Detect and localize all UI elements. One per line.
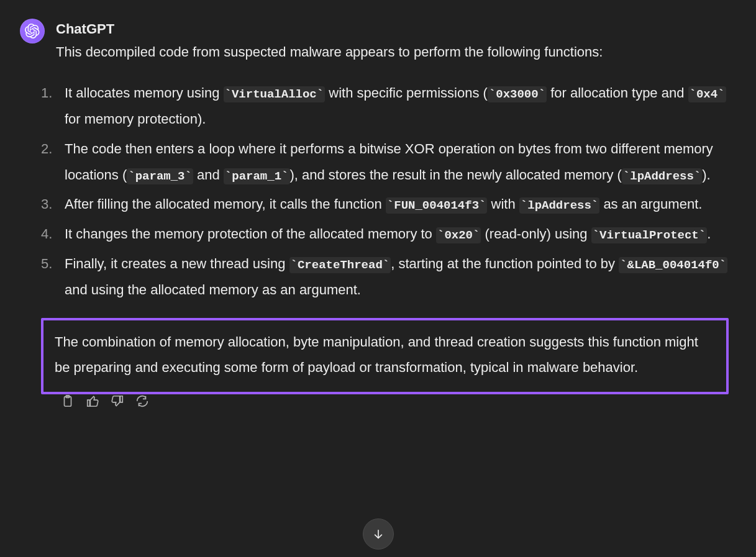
inline-code: CreateThread (289, 257, 391, 273)
assistant-message: ChatGPT This decompiled code from suspec… (20, 19, 736, 394)
thumbs-up-icon[interactable] (86, 394, 99, 408)
scroll-down-button[interactable] (363, 519, 394, 550)
clipboard-icon[interactable] (61, 394, 75, 408)
list-item: Finally, it creates a new thread using C… (41, 251, 736, 303)
list-item: After filling the allocated memory, it c… (41, 191, 736, 217)
inline-code: lpAddress (622, 168, 702, 184)
intro-text: This decompiled code from suspected malw… (56, 41, 736, 63)
inline-code: VirtualAlloc (224, 86, 326, 102)
inline-code: FUN_004014f3 (386, 197, 488, 214)
list-item: It allocates memory using VirtualAlloc w… (41, 80, 736, 132)
regenerate-icon[interactable] (135, 394, 149, 408)
analysis-list: It allocates memory using VirtualAlloc w… (41, 80, 736, 302)
list-item-text: It allocates memory using VirtualAlloc w… (65, 85, 726, 127)
assistant-avatar (20, 19, 45, 43)
author-name: ChatGPT (56, 21, 736, 37)
list-item: It changes the memory protection of the … (41, 221, 736, 247)
inline-code: VirtualProtect (591, 227, 707, 243)
message-actions (20, 394, 736, 408)
openai-logo-icon (25, 24, 40, 38)
list-item: The code then enters a loop where it per… (41, 136, 736, 188)
inline-code: 0x4 (688, 86, 726, 102)
list-item-text: After filling the allocated memory, it c… (65, 196, 702, 212)
inline-code: 0x20 (436, 227, 481, 243)
list-item-text: The code then enters a loop where it per… (65, 141, 713, 183)
message-content: ChatGPT This decompiled code from suspec… (56, 19, 736, 394)
thumbs-down-icon[interactable] (111, 394, 124, 408)
list-item-text: Finally, it creates a new thread using C… (65, 256, 727, 297)
inline-code: param_3 (127, 168, 193, 184)
arrow-down-icon (372, 528, 385, 540)
inline-code: lpAddress (519, 197, 599, 214)
inline-code: param_1 (224, 168, 290, 184)
chat-container: ChatGPT This decompiled code from suspec… (0, 0, 756, 408)
conclusion-highlight: The combination of memory allocation, by… (41, 318, 729, 395)
inline-code: 0x3000 (488, 86, 547, 102)
inline-code: &LAB_004014f0 (619, 257, 727, 273)
list-item-text: It changes the memory protection of the … (65, 226, 711, 242)
